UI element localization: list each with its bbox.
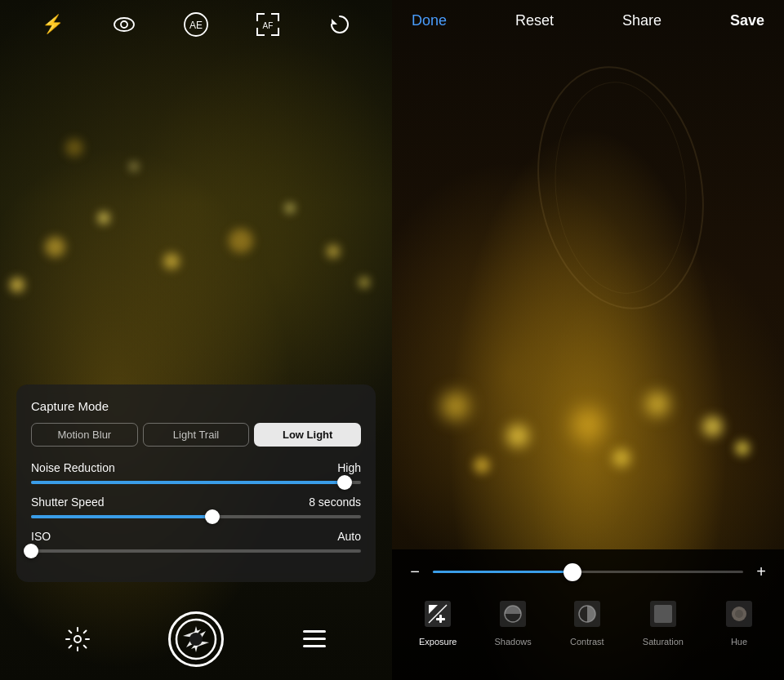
shutter-speed-section: Shutter Speed 8 seconds (31, 496, 361, 518)
svg-rect-7 (278, 13, 279, 21)
mode-light-trail[interactable]: Light Trail (143, 423, 250, 447)
svg-rect-18 (303, 638, 326, 640)
shutter-speed-label: Shutter Speed (31, 496, 105, 509)
svg-text:AF: AF (263, 21, 274, 30)
hue-icon (721, 596, 757, 632)
exposure-label: Exposure (419, 637, 457, 647)
bokeh-light (163, 253, 180, 269)
right-panel: Done Reset Share Save − + (392, 0, 784, 680)
left-bottom-bar (0, 598, 392, 680)
mode-motion-blur[interactable]: Motion Blur (31, 423, 138, 447)
svg-rect-23 (436, 618, 445, 620)
left-toolbar: ⚡ AE AF (0, 0, 392, 49)
noise-reduction-value: High (337, 461, 361, 474)
capture-panel: Capture Mode Motion Blur Light Trail Low… (16, 384, 376, 582)
svg-rect-9 (256, 28, 258, 36)
mode-low-light[interactable]: Low Light (254, 423, 361, 447)
shutter-speed-label-row: Shutter Speed 8 seconds (31, 496, 361, 509)
iso-value: Auto (337, 530, 361, 543)
left-panel: ⚡ AE AF (0, 0, 392, 680)
shadows-tool[interactable]: Shadows (495, 596, 532, 647)
shutter-speed-thumb[interactable] (205, 509, 220, 524)
settings-icon[interactable] (63, 624, 92, 654)
bokeh-light (229, 229, 253, 253)
bokeh-light (131, 163, 137, 170)
exposure-plus[interactable]: + (751, 562, 771, 581)
svg-point-14 (74, 636, 81, 642)
bokeh-light (286, 204, 294, 212)
exposure-minus[interactable]: − (405, 562, 425, 581)
bokeh-light (10, 278, 24, 292)
capture-mode-title: Capture Mode (31, 399, 361, 413)
exposure-slider-track[interactable] (433, 571, 743, 573)
iso-section: ISO Auto (31, 530, 361, 553)
bokeh-light (612, 449, 630, 467)
iso-track[interactable] (31, 549, 361, 553)
noise-reduction-section: Noise Reduction High (31, 461, 361, 484)
mode-buttons: Motion Blur Light Trail Low Light (31, 423, 361, 447)
svg-marker-13 (332, 19, 337, 24)
iso-label: ISO (31, 530, 51, 543)
svg-rect-11 (278, 28, 279, 36)
af-icon[interactable]: AF (253, 10, 283, 39)
bokeh-light (359, 278, 369, 287)
noise-reduction-label: Noise Reduction (31, 461, 115, 474)
contrast-label: Contrast (570, 637, 604, 647)
contrast-icon (569, 596, 605, 632)
iso-thumb[interactable] (24, 544, 38, 558)
noise-reduction-track[interactable] (31, 481, 361, 484)
shutter-button[interactable] (168, 611, 224, 667)
svg-rect-29 (654, 605, 672, 623)
bokeh-light (572, 408, 604, 441)
exposure-slider-fill (433, 571, 572, 573)
eye-icon[interactable] (109, 10, 139, 39)
contrast-tool[interactable]: Contrast (569, 596, 605, 647)
ae-icon[interactable]: AE (181, 10, 211, 39)
hue-tool[interactable]: Hue (721, 596, 757, 647)
exposure-slider-row: − + (392, 549, 784, 588)
saturation-icon (645, 596, 681, 632)
shadows-icon (495, 596, 531, 632)
svg-rect-5 (256, 13, 258, 21)
shutter-speed-fill (31, 515, 212, 518)
exposure-slider-thumb[interactable] (564, 563, 581, 581)
bokeh-light (474, 457, 490, 473)
done-button[interactable]: Done (412, 12, 447, 29)
bokeh-light (645, 392, 670, 416)
edit-tools: Exposure Shadows (392, 588, 784, 647)
svg-rect-19 (303, 645, 326, 647)
saturation-label: Saturation (643, 637, 684, 647)
right-top-bar: Done Reset Share Save (392, 0, 784, 41)
svg-point-16 (189, 633, 203, 646)
shutter-speed-track[interactable] (31, 515, 361, 518)
svg-point-32 (735, 610, 743, 618)
shutter-speed-value: 8 seconds (309, 496, 361, 509)
bokeh-light (506, 424, 529, 447)
noise-reduction-fill (31, 481, 345, 484)
hue-label: Hue (731, 637, 747, 647)
iso-label-row: ISO Auto (31, 530, 361, 543)
svg-point-0 (114, 18, 134, 31)
menu-icon[interactable] (300, 624, 329, 654)
bokeh-light (45, 237, 65, 257)
bokeh-light (65, 139, 83, 157)
right-bottom-controls: − + Exposure (392, 549, 784, 680)
reset-button[interactable]: Reset (515, 12, 554, 29)
exposure-icon (420, 596, 456, 632)
share-button[interactable]: Share (622, 12, 662, 29)
bokeh-light (327, 245, 340, 258)
exposure-tool[interactable]: Exposure (419, 596, 457, 647)
bokeh-light (98, 212, 109, 224)
svg-point-1 (121, 21, 127, 28)
shadows-label: Shadows (495, 637, 532, 647)
bokeh-light (735, 441, 750, 456)
noise-reduction-thumb[interactable] (337, 475, 352, 490)
saturation-tool[interactable]: Saturation (643, 596, 684, 647)
reset-icon[interactable] (325, 10, 354, 39)
noise-reduction-label-row: Noise Reduction High (31, 461, 361, 474)
flash-icon[interactable]: ⚡ (38, 10, 67, 39)
svg-rect-17 (303, 630, 326, 633)
save-button[interactable]: Save (730, 12, 764, 29)
bokeh-light (702, 416, 723, 437)
svg-text:AE: AE (189, 20, 203, 31)
